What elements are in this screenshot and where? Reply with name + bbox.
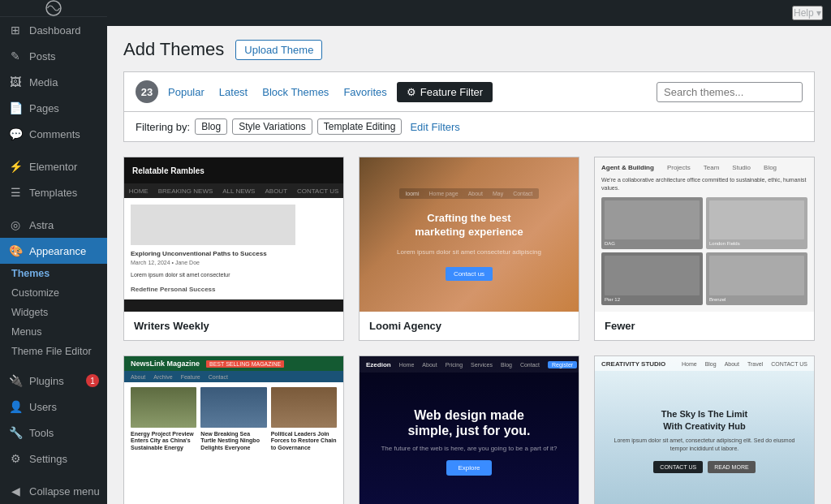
sidebar-subitem-themes[interactable]: Themes: [0, 264, 107, 283]
templates-icon: ☰: [8, 185, 23, 200]
filter-tag-style-variations: Style Variations: [232, 118, 312, 135]
filter-bar: Filtering by: Blog Style Variations Temp…: [123, 112, 815, 142]
sidebar-item-collapse[interactable]: ◀ Collapse menu: [0, 478, 107, 504]
sidebar-item-templates[interactable]: ☰ Templates: [0, 179, 107, 205]
dashboard-icon: ⊞: [8, 23, 23, 37]
feature-filter-button[interactable]: ⚙ Feature Filter: [397, 82, 493, 102]
themes-toolbar: 23 Popular Latest Block Themes Favorites…: [123, 71, 815, 112]
theme-thumb-writers-weekly: Relatable Rambles HOME BREAKING NEWS ALL…: [124, 157, 343, 312]
sidebar-item-media[interactable]: 🖼 Media: [0, 69, 107, 95]
theme-card-ezedion[interactable]: Ezedion Home About Pricing Services Blog…: [359, 355, 579, 504]
filter-tag-template-editing: Template Editing: [317, 118, 403, 135]
collapse-icon: ◀: [8, 484, 23, 498]
filter-tag-blog: Blog: [195, 118, 227, 135]
sidebar-item-pages[interactable]: 📄 Pages: [0, 95, 107, 121]
theme-thumb-fewer: Agent & Building Projects Team Studio Bl…: [595, 157, 814, 312]
tab-latest[interactable]: Latest: [214, 84, 252, 101]
tab-popular[interactable]: Popular: [163, 84, 209, 101]
themes-grid: Relatable Rambles HOME BREAKING NEWS ALL…: [123, 157, 815, 504]
theme-card-fewer[interactable]: Agent & Building Projects Team Studio Bl…: [594, 157, 815, 341]
posts-icon: ✎: [8, 49, 23, 63]
sidebar-item-plugins[interactable]: 🔌 Plugins 1: [0, 368, 107, 394]
appearance-icon: 🎨: [8, 243, 23, 258]
plugins-badge: 1: [86, 374, 99, 387]
sidebar-subitem-customize[interactable]: Customize: [0, 283, 107, 303]
content-area: Add Themes Upload Theme 23 Popular Lates…: [107, 26, 831, 504]
sidebar-item-astra[interactable]: ◎ Astra: [0, 212, 107, 238]
pages-icon: 📄: [8, 101, 23, 115]
sidebar-item-elementor[interactable]: ⚡ Elementor: [0, 153, 107, 179]
settings-icon: ⚙: [8, 451, 23, 466]
theme-card-loomi-agency[interactable]: loomi Home page About May Contact Crafti…: [359, 157, 579, 341]
upload-theme-button[interactable]: Upload Theme: [235, 40, 322, 60]
page-header: Add Themes Upload Theme: [123, 39, 815, 60]
sidebar-item-comments[interactable]: 💬 Comments: [0, 121, 107, 147]
appearance-submenu: Themes Customize Widgets Menus Theme Fil…: [0, 264, 107, 361]
astra-icon: ◎: [8, 218, 23, 232]
gear-icon: ⚙: [407, 86, 416, 98]
plugins-icon: 🔌: [8, 373, 23, 388]
media-icon: 🖼: [8, 75, 23, 89]
comments-icon: 💬: [8, 127, 23, 141]
theme-name-loomi-agency: Loomi Agency: [360, 312, 579, 340]
main-content: Help ▾ Add Themes Upload Theme 23 Popula…: [107, 0, 831, 504]
theme-thumb-loomi-agency: loomi Home page About May Contact Crafti…: [360, 157, 579, 312]
theme-thumb-creativity-hub: CREATIVITY STUDIO Home Blog About Travel…: [595, 356, 814, 504]
users-icon: 👤: [8, 399, 23, 414]
theme-card-creativity-hub[interactable]: CREATIVITY STUDIO Home Blog About Travel…: [594, 355, 815, 504]
sidebar-item-posts[interactable]: ✎ Posts: [0, 43, 107, 69]
theme-card-newslink[interactable]: NewsLink Magazine BEST SELLING MAGAZINE …: [123, 355, 344, 504]
theme-name-writers-weekly: Writers Weekly: [124, 312, 343, 340]
sidebar-item-tools[interactable]: 🔧 Tools: [0, 420, 107, 446]
sidebar-subitem-widgets[interactable]: Widgets: [0, 303, 107, 322]
help-button[interactable]: Help ▾: [792, 6, 823, 20]
sidebar-item-appearance[interactable]: 🎨 Appearance: [0, 238, 107, 264]
topbar: Help ▾: [107, 0, 831, 26]
tools-icon: 🔧: [8, 425, 23, 440]
theme-thumb-ezedion: Ezedion Home About Pricing Services Blog…: [360, 356, 579, 504]
wordpress-icon: [45, 0, 62, 16]
sidebar-subitem-theme-file-editor[interactable]: Theme File Editor: [0, 342, 107, 361]
theme-name-fewer: Fewer: [595, 312, 814, 340]
tab-block-themes[interactable]: Block Themes: [257, 84, 334, 101]
edit-filters-link[interactable]: Edit Filters: [410, 121, 459, 133]
sidebar: ⊞ Dashboard ✎ Posts 🖼 Media 📄 Pages 💬 Co…: [0, 0, 107, 504]
page-title: Add Themes: [123, 39, 224, 60]
search-input[interactable]: [657, 82, 803, 102]
sidebar-item-dashboard[interactable]: ⊞ Dashboard: [0, 17, 107, 43]
sidebar-logo: [0, 0, 107, 17]
theme-thumb-newslink: NewsLink Magazine BEST SELLING MAGAZINE …: [124, 356, 343, 504]
theme-count-badge: 23: [136, 80, 158, 103]
tab-favorites[interactable]: Favorites: [338, 84, 391, 101]
elementor-icon: ⚡: [8, 159, 23, 174]
sidebar-item-settings[interactable]: ⚙ Settings: [0, 446, 107, 472]
filter-label: Filtering by:: [136, 121, 190, 133]
theme-card-writers-weekly[interactable]: Relatable Rambles HOME BREAKING NEWS ALL…: [123, 157, 344, 341]
sidebar-subitem-menus[interactable]: Menus: [0, 322, 107, 342]
sidebar-item-users[interactable]: 👤 Users: [0, 394, 107, 420]
